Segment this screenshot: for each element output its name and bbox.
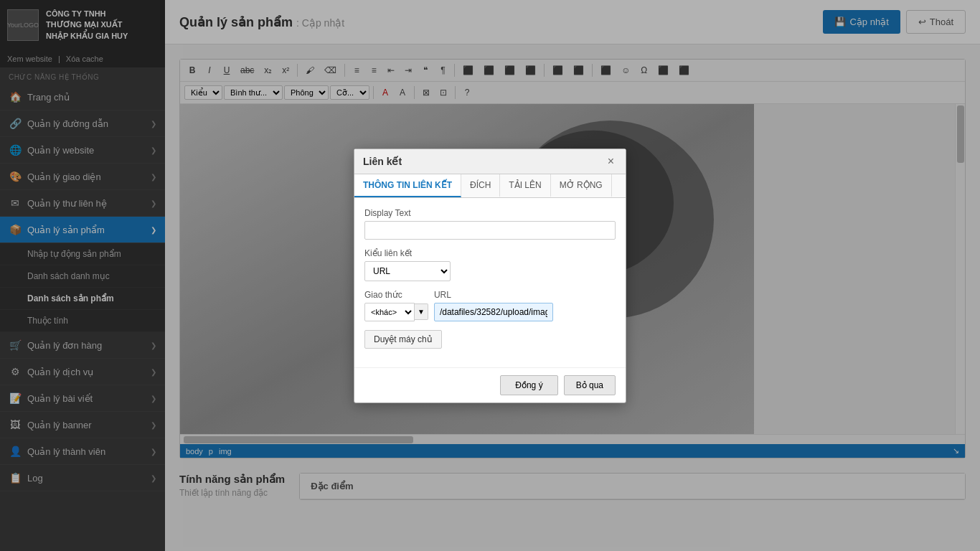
modal-close-button[interactable]: × bbox=[605, 155, 617, 168]
display-text-group: Display Text bbox=[364, 208, 616, 240]
modal-tab-thong-tin[interactable]: THÔNG TIN LIÊN KẾT bbox=[354, 174, 461, 197]
protocol-chevron-icon[interactable]: ▼ bbox=[415, 303, 428, 320]
modal-header: Liên kết × bbox=[354, 149, 626, 174]
modal-title: Liên kết bbox=[363, 156, 402, 167]
ok-button[interactable]: Đồng ý bbox=[500, 375, 557, 395]
modal-tab-mo-rong[interactable]: MỞ RỘNG bbox=[551, 174, 612, 197]
url-label: URL bbox=[434, 290, 616, 300]
modal-tab-tai-len[interactable]: TẢI LÊN bbox=[500, 174, 550, 197]
url-group: URL bbox=[434, 290, 616, 321]
modal-tab-dich[interactable]: ĐÍCH bbox=[461, 174, 500, 197]
modal-tabs: THÔNG TIN LIÊN KẾT ĐÍCH TẢI LÊN MỞ RỘNG bbox=[354, 174, 626, 198]
protocol-group: Giao thức <khác> http:// https:// ftp://… bbox=[364, 290, 428, 321]
protocol-url-group: Giao thức <khác> http:// https:// ftp://… bbox=[364, 290, 616, 321]
url-input[interactable] bbox=[434, 303, 553, 321]
protocol-label: Giao thức bbox=[364, 290, 428, 300]
modal-body: Display Text Kiểu liên kết URL Giao thức bbox=[354, 198, 626, 367]
link-type-group: Kiểu liên kết URL bbox=[364, 248, 616, 281]
display-text-input[interactable] bbox=[364, 221, 616, 240]
link-type-select[interactable]: URL bbox=[364, 261, 451, 281]
modal-dialog: Liên kết × THÔNG TIN LIÊN KẾT ĐÍCH TẢI L… bbox=[354, 149, 626, 403]
browse-button[interactable]: Duyệt máy chủ bbox=[364, 330, 442, 349]
cancel-button[interactable]: Bỏ qua bbox=[564, 375, 616, 395]
display-text-label: Display Text bbox=[364, 208, 616, 218]
protocol-select[interactable]: <khác> http:// https:// ftp:// bbox=[364, 303, 415, 321]
browse-group: Duyệt máy chủ bbox=[364, 330, 616, 349]
link-type-label: Kiểu liên kết bbox=[364, 248, 616, 258]
modal-overlay[interactable]: Liên kết × THÔNG TIN LIÊN KẾT ĐÍCH TẢI L… bbox=[0, 0, 980, 551]
modal-footer: Đồng ý Bỏ qua bbox=[354, 367, 626, 402]
